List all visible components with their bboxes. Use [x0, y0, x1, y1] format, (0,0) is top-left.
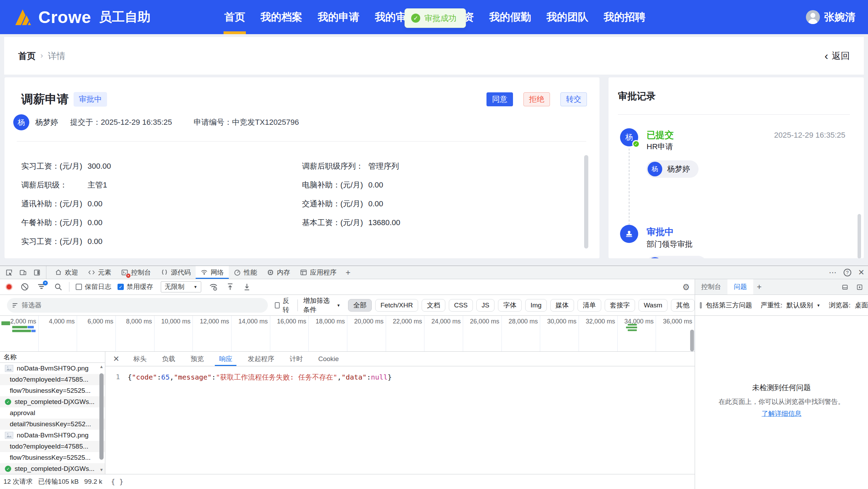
inspector-tab-计时[interactable]: 计时: [282, 352, 310, 366]
filter-chip-全部[interactable]: 全部: [348, 299, 372, 312]
request-row[interactable]: todo?employeeId=47585...: [0, 374, 105, 385]
filter-chip-字体[interactable]: 字体: [498, 299, 522, 312]
devtools-tab-元素[interactable]: 元素: [83, 266, 116, 279]
search-icon[interactable]: [54, 282, 63, 291]
filter-chip-其他[interactable]: 其他: [671, 299, 695, 312]
request-name: noData-BvmSHT9O.png: [17, 365, 89, 372]
nav-item-我的招聘[interactable]: 我的招聘: [604, 0, 646, 34]
severity-value: 默认级别: [786, 301, 813, 310]
scroll-up-icon[interactable]: ▲: [99, 364, 104, 369]
tab-issues[interactable]: 问题: [727, 279, 753, 295]
learn-more-link[interactable]: 了解详细信息: [762, 409, 801, 418]
devtools-tab-欢迎[interactable]: 欢迎: [50, 266, 83, 279]
devtools-tab-性能[interactable]: 性能: [229, 266, 262, 279]
inspector-tab-发起程序[interactable]: 发起程序: [240, 352, 282, 366]
devtools-close-icon[interactable]: ✕: [858, 268, 865, 277]
browser-value[interactable]: 桌面: [855, 301, 868, 310]
request-row[interactable]: approval: [0, 407, 105, 419]
more-filters-dropdown[interactable]: 增加筛选条件 ▼: [303, 296, 340, 314]
request-list-header[interactable]: 名称: [0, 352, 105, 363]
nav-item-我的档案[interactable]: 我的档案: [261, 0, 302, 34]
record-scrollbar[interactable]: [858, 214, 861, 258]
nav-item-我的团队[interactable]: 我的团队: [546, 0, 588, 34]
timeline-tick: 20,000 ms: [347, 316, 386, 352]
record-button[interactable]: [6, 283, 13, 290]
filter-chip-Wasm[interactable]: Wasm: [639, 299, 667, 312]
nav-item-我的假勤[interactable]: 我的假勤: [489, 0, 531, 34]
device-toolbar-icon[interactable]: [19, 268, 27, 277]
preserve-log-checkbox[interactable]: 保留日志: [76, 282, 111, 291]
invert-checkbox[interactable]: 反转: [275, 296, 293, 314]
back-button[interactable]: ‹ 返回: [824, 50, 850, 62]
network-overview-strip[interactable]: 36,000 ms34,000 ms32,000 ms30,000 ms28,0…: [0, 316, 695, 352]
clear-icon[interactable]: [20, 282, 29, 291]
request-list-scrollbar[interactable]: ▲ ▼: [99, 364, 105, 473]
request-name: flow?businessKey=52525...: [10, 387, 91, 395]
filter-input[interactable]: 筛选器: [7, 298, 268, 313]
third-party-checkbox[interactable]: [700, 302, 702, 308]
dock-side-icon[interactable]: [33, 268, 41, 277]
timeline-tick: 4,000 ms: [39, 316, 77, 352]
approve-button[interactable]: 同意: [486, 92, 513, 106]
request-summary-bar: 12 次请求 已传输105 kB 99.2 k: [0, 474, 105, 489]
filter-chip-文档[interactable]: 文档: [422, 299, 445, 312]
response-json[interactable]: {"code":65,"message":"获取工作流程任务失败: 任务不存在"…: [128, 373, 392, 382]
tab-console[interactable]: 控制台: [695, 279, 727, 295]
devtools-tab-源代码[interactable]: 源代码: [156, 266, 196, 279]
submitter-row: 杨 杨梦婷 提交于：2025-12-29 16:35:25 申请编号：中竞发TX…: [13, 114, 299, 130]
step1-avatar: 杨 ✓: [620, 128, 638, 146]
nav-item-首页[interactable]: 首页: [224, 0, 245, 34]
drawer-dock-icon[interactable]: [841, 283, 849, 291]
help-icon[interactable]: ?: [844, 269, 851, 276]
breadcrumb-home[interactable]: 首页: [18, 50, 36, 62]
request-row[interactable]: detail?businessKey=5252...: [0, 419, 105, 430]
disable-cache-checkbox[interactable]: ✓ 禁用缓存: [118, 282, 153, 291]
drawer-more-tabs-button[interactable]: +: [753, 279, 765, 295]
filter-icon[interactable]: ✕: [37, 282, 46, 291]
network-conditions-icon[interactable]: [209, 282, 218, 291]
request-row[interactable]: ✓step_completed-DjXGWs...: [0, 463, 105, 474]
filter-chip-媒体[interactable]: 媒体: [550, 299, 574, 312]
detail-scrollbar[interactable]: [584, 155, 588, 249]
request-row[interactable]: flow?businessKey=52525...: [0, 452, 105, 463]
scroll-down-icon[interactable]: ▼: [99, 467, 104, 472]
inspect-element-icon[interactable]: [5, 268, 13, 277]
devtools-tab-网络[interactable]: 网络: [196, 266, 229, 279]
transfer-button[interactable]: 转交: [560, 92, 587, 106]
user-box[interactable]: 张婉清: [806, 0, 855, 34]
request-row[interactable]: noData-BvmSHT9O.png: [0, 430, 105, 441]
filter-chip-Fetch/XHR[interactable]: Fetch/XHR: [375, 299, 418, 312]
inspector-tab-Cookie[interactable]: Cookie: [310, 352, 346, 366]
import-har-icon[interactable]: [226, 282, 235, 291]
filter-chip-清单[interactable]: 清单: [578, 299, 601, 312]
request-row[interactable]: noData-BvmSHT9O.png: [0, 363, 105, 374]
reject-button[interactable]: 拒绝: [523, 92, 550, 106]
inspector-tab-负载[interactable]: 负载: [154, 352, 183, 366]
nav-item-我的申请[interactable]: 我的申请: [318, 0, 360, 34]
network-settings-gear-icon[interactable]: ⚙: [682, 282, 690, 292]
devtools-tab-label: 性能: [244, 268, 257, 277]
devtools-tab-控制台[interactable]: ✕控制台: [116, 266, 156, 279]
filter-chip-Img[interactable]: Img: [525, 299, 547, 312]
request-row[interactable]: flow?businessKey=52525...: [0, 385, 105, 396]
export-har-icon[interactable]: [242, 282, 251, 291]
request-row[interactable]: todo?employeeId=47585...: [0, 441, 105, 452]
scroll-thumb[interactable]: [99, 373, 104, 460]
overview-scrollbar[interactable]: [690, 330, 694, 351]
devtools-menu-icon[interactable]: ⋯: [829, 268, 837, 277]
filter-chip-JS[interactable]: JS: [476, 299, 495, 312]
filter-chip-套接字[interactable]: 套接字: [605, 299, 635, 312]
inspector-close-icon[interactable]: ✕: [105, 352, 126, 366]
devtools-tab-应用程序[interactable]: 应用程序: [295, 266, 341, 279]
throttling-select[interactable]: 无限制 ▼: [161, 281, 201, 292]
inspector-tab-响应[interactable]: 响应: [211, 352, 240, 366]
inspector-tab-预览[interactable]: 预览: [183, 352, 211, 366]
drawer-download-icon[interactable]: [855, 283, 864, 291]
devtools-tab-内存[interactable]: 内存: [262, 266, 295, 279]
json-token: "message": [174, 373, 211, 381]
severity-select[interactable]: 默认级别 ▼: [786, 301, 820, 310]
inspector-tab-标头[interactable]: 标头: [126, 352, 154, 366]
request-row[interactable]: ✓step_completed-DjXGWs...: [0, 396, 105, 407]
more-panels-button[interactable]: +: [341, 266, 355, 279]
filter-chip-CSS[interactable]: CSS: [449, 299, 473, 312]
